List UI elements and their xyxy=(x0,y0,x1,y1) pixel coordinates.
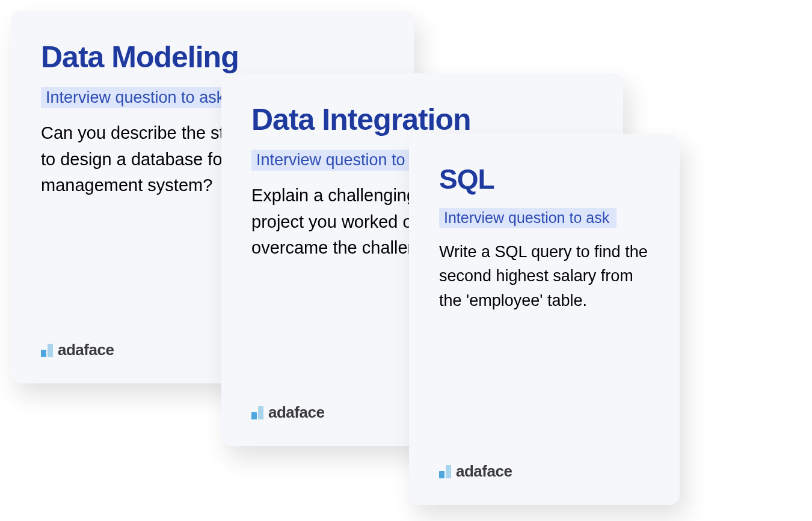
card-subtitle: Interview question to ask xyxy=(439,208,617,228)
logo: adaface xyxy=(41,341,114,359)
card-title: Data Modeling xyxy=(41,41,384,74)
logo-text: adaface xyxy=(456,462,512,481)
logo-bars-icon xyxy=(251,406,263,419)
logo: adaface xyxy=(439,462,512,481)
card-body: Write a SQL query to find the second hig… xyxy=(439,240,650,313)
logo-text: adaface xyxy=(58,341,114,359)
card-title: SQL xyxy=(439,164,650,195)
card-title: Data Integration xyxy=(251,103,593,136)
card-sql: SQL Interview question to ask Write a SQ… xyxy=(409,134,680,505)
logo: adaface xyxy=(251,403,324,422)
logo-text: adaface xyxy=(268,403,324,422)
logo-bars-icon xyxy=(41,344,53,357)
card-subtitle: Interview question to ask xyxy=(41,87,232,108)
logo-bars-icon xyxy=(439,465,451,478)
